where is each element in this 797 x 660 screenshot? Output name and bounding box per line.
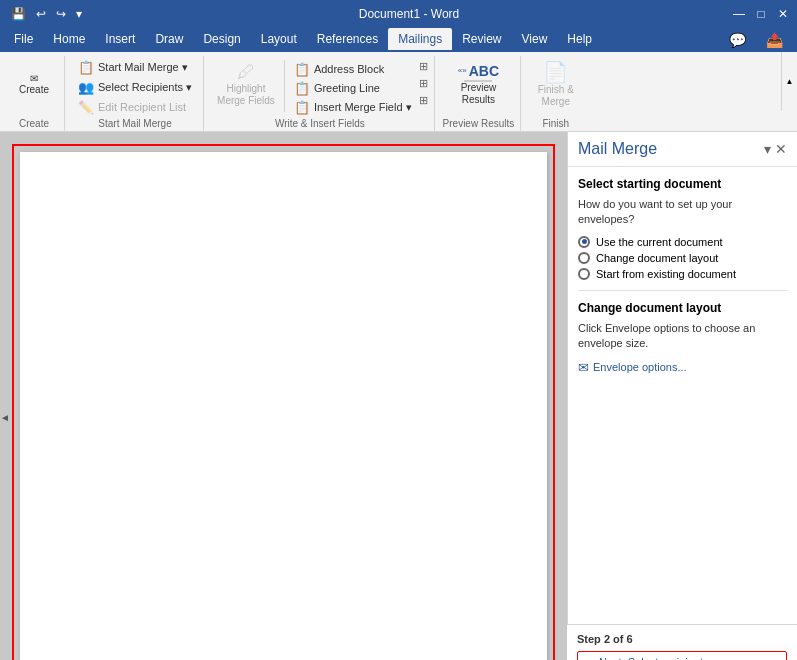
side-panel-controls: ▾ ✕ xyxy=(764,141,787,157)
envelope-options-label: Envelope options... xyxy=(593,361,687,373)
section2-description: Click Envelope options to choose an enve… xyxy=(578,321,787,352)
address-block-icon: 📋 xyxy=(294,62,310,77)
section-divider xyxy=(578,290,787,291)
preview-results-group-label: Preview Results xyxy=(443,118,515,129)
finish-merge-button[interactable]: 📄 Finish &Merge xyxy=(533,56,579,112)
ribbon-group-preview: «» ABC PreviewResults Preview Results xyxy=(437,56,522,131)
section1-description: How do you want to set up your envelopes… xyxy=(578,197,787,228)
radio-existing-input[interactable] xyxy=(578,268,590,280)
ribbon-group-finish: 📄 Finish &Merge Finish xyxy=(523,56,588,131)
start-mail-merge-button[interactable]: 📋 Start Mail Merge ▾ xyxy=(73,58,193,76)
bottom-navigation: Step 2 of 6 → Next: Select recipients ← … xyxy=(567,624,797,660)
radio-existing-label: Start from existing document xyxy=(596,268,736,280)
preview-results-button[interactable]: «» ABC PreviewResults xyxy=(453,56,504,112)
address-block-button[interactable]: 📋 Address Block xyxy=(289,60,417,78)
ribbon: ✉ Create Create 📋 Start Mail Merge ▾ 👥 S… xyxy=(0,52,797,132)
tab-layout[interactable]: Layout xyxy=(251,28,307,52)
collapse-icon: ▲ xyxy=(786,77,794,86)
tab-insert[interactable]: Insert xyxy=(95,28,145,52)
tab-draw[interactable]: Draw xyxy=(145,28,193,52)
redo-icon[interactable]: ↪ xyxy=(53,6,69,22)
highlight-fields-icon: 🖊 xyxy=(237,62,255,83)
greeting-line-button[interactable]: 📋 Greeting Line xyxy=(289,79,417,97)
restore-button[interactable]: □ xyxy=(751,4,771,24)
tab-file[interactable]: File xyxy=(4,28,43,52)
tab-home[interactable]: Home xyxy=(43,28,95,52)
save-icon[interactable]: 💾 xyxy=(8,6,29,22)
arrow-right-icon: → xyxy=(582,654,595,660)
side-panel-header: Mail Merge ▾ ✕ xyxy=(568,132,797,167)
greeting-line-label: Greeting Line xyxy=(314,82,380,94)
tab-help[interactable]: Help xyxy=(557,28,602,52)
document-page[interactable] xyxy=(20,152,547,660)
envelope-icon: ✉ xyxy=(578,360,589,375)
insert-merge-field-label: Insert Merge Field ▾ xyxy=(314,101,412,114)
insert-merge-field-button[interactable]: 📋 Insert Merge Field ▾ xyxy=(289,98,417,116)
extra-icon-2: ⊞ xyxy=(419,77,428,90)
tab-references[interactable]: References xyxy=(307,28,388,52)
tab-review[interactable]: Review xyxy=(452,28,511,52)
create-group-label: Create xyxy=(10,118,58,129)
finish-merge-icon: 📄 xyxy=(543,60,568,84)
side-panel-close-icon[interactable]: ✕ xyxy=(775,141,787,157)
start-mail-merge-group-label: Start Mail Merge xyxy=(73,118,197,129)
document-red-border xyxy=(12,144,555,660)
customize-icon[interactable]: ▾ xyxy=(73,6,85,22)
ribbon-tab-bar: File Home Insert Draw Design Layout Refe… xyxy=(0,28,797,52)
preview-results-icon: «» ABC xyxy=(458,63,499,82)
ribbon-collapse-button[interactable]: ▲ xyxy=(781,52,797,111)
radio-current-input[interactable] xyxy=(578,236,590,248)
envelope-options-link[interactable]: ✉ Envelope options... xyxy=(578,360,787,375)
create-envelope-icon: ✉ xyxy=(30,73,38,84)
title-bar: 💾 ↩ ↪ ▾ Document1 - Word — □ ✕ xyxy=(0,0,797,28)
create-label: Create xyxy=(19,84,49,95)
tab-mailings[interactable]: Mailings xyxy=(388,28,452,52)
write-insert-group-label: Write & Insert Fields xyxy=(212,118,428,129)
side-panel-title: Mail Merge xyxy=(578,140,657,158)
select-recipients-button[interactable]: 👥 Select Recipients ▾ xyxy=(73,78,197,96)
section1-heading: Select starting document xyxy=(578,177,787,191)
preview-results-label: PreviewResults xyxy=(461,82,497,106)
minimize-button[interactable]: — xyxy=(729,4,749,24)
select-recipients-label: Select Recipients ▾ xyxy=(98,81,192,94)
start-mail-merge-icon: 📋 xyxy=(78,60,94,75)
finish-group-label: Finish xyxy=(529,118,582,129)
next-step-label: Next: Select recipients xyxy=(599,656,708,661)
side-panel-body: Select starting document How do you want… xyxy=(568,167,797,660)
side-panel-menu-icon[interactable]: ▾ xyxy=(764,141,771,157)
step-label: Step 2 of 6 xyxy=(577,633,787,645)
extra-icon-3: ⊞ xyxy=(419,94,428,107)
create-button[interactable]: ✉ Create xyxy=(10,56,58,112)
main-area: ◄ Mail Merge ▾ ✕ Select starting documen… xyxy=(0,132,797,660)
window-title: Document1 - Word xyxy=(89,7,729,21)
extra-icon-1: ⊞ xyxy=(419,60,428,73)
comment-icon[interactable]: 💬 xyxy=(719,28,756,52)
next-step-link[interactable]: → Next: Select recipients xyxy=(577,651,787,660)
share-icon[interactable]: 📤 xyxy=(756,28,793,52)
ribbon-group-create: ✉ Create Create xyxy=(4,56,65,131)
highlight-fields-label: HighlightMerge Fields xyxy=(217,83,275,107)
left-margin-indicator: ◄ xyxy=(0,412,10,423)
finish-merge-label: Finish &Merge xyxy=(538,84,574,108)
window-controls: — □ ✕ xyxy=(729,4,793,24)
side-panel: Mail Merge ▾ ✕ Select starting document … xyxy=(567,132,797,660)
undo-icon[interactable]: ↩ xyxy=(33,6,49,22)
edit-recipients-icon: ✏️ xyxy=(78,100,94,115)
address-block-label: Address Block xyxy=(314,63,384,75)
section2-heading: Change document layout xyxy=(578,301,787,315)
radio-option-current[interactable]: Use the current document xyxy=(578,236,787,248)
close-button[interactable]: ✕ xyxy=(773,4,793,24)
select-recipients-icon: 👥 xyxy=(78,80,94,95)
radio-option-change[interactable]: Change document layout xyxy=(578,252,787,264)
document-area: ◄ xyxy=(0,132,567,660)
radio-change-input[interactable] xyxy=(578,252,590,264)
tab-view[interactable]: View xyxy=(512,28,558,52)
radio-option-existing[interactable]: Start from existing document xyxy=(578,268,787,280)
edit-recipient-list-button[interactable]: ✏️ Edit Recipient List xyxy=(73,98,191,116)
tab-design[interactable]: Design xyxy=(193,28,250,52)
highlight-merge-fields-button[interactable]: 🖊 HighlightMerge Fields xyxy=(212,56,280,112)
ribbon-group-write-insert: 🖊 HighlightMerge Fields 📋 Address Block … xyxy=(206,56,435,131)
insert-merge-field-icon: 📋 xyxy=(294,100,310,115)
radio-current-label: Use the current document xyxy=(596,236,723,248)
greeting-line-icon: 📋 xyxy=(294,81,310,96)
